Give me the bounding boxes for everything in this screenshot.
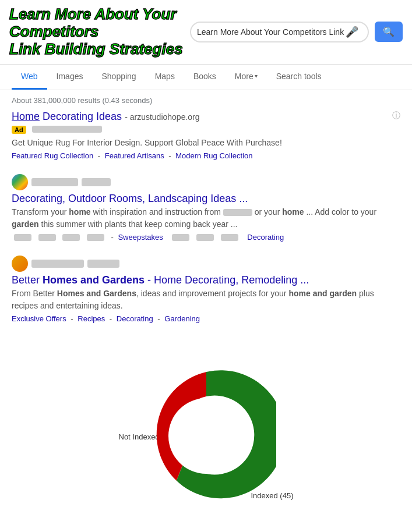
tab-web[interactable]: Web <box>12 65 47 90</box>
tab-search-tools[interactable]: Search tools <box>267 65 331 90</box>
header-title-block: Learn More About Your Competitors Link B… <box>9 6 184 58</box>
result3-link-recipes[interactable]: Recipes <box>78 314 105 323</box>
blur3 <box>38 234 56 241</box>
tab-maps[interactable]: Maps <box>146 65 184 90</box>
mic-button[interactable]: 🎤 <box>346 26 358 38</box>
chart-section: Not Indexed (20) Indexed (45) <box>0 337 412 529</box>
result-ad: Home Decorating Ideas - arzustudiohope.o… <box>12 111 400 160</box>
tab-more[interactable]: More ▾ <box>226 65 267 90</box>
result2-link-sweepstakes[interactable]: Sweepstakes <box>118 233 163 242</box>
donut-hole <box>168 398 244 474</box>
result2-desc: Transform your home with inspiration and… <box>12 206 400 230</box>
blur2 <box>14 234 31 241</box>
result3-link-gardening[interactable]: Gardening <box>164 314 200 323</box>
blur8 <box>221 234 238 241</box>
ad-desc: Get Unique Rug For Interior Design. Supp… <box>12 137 400 149</box>
result-3: Better Homes and Gardens - Home Decorati… <box>12 256 400 323</box>
header: Learn More About Your Competitors Link B… <box>0 0 412 65</box>
result2-title: Decorating, Outdoor Rooms, Landscaping I… <box>12 193 400 205</box>
result-2: Decorating, Outdoor Rooms, Landscaping I… <box>12 174 400 242</box>
result2-links: - Sweepstakes Decorating <box>12 233 400 242</box>
result3-logo-circle <box>12 256 28 272</box>
result3-title: Better Homes and Gardens - Home Decorati… <box>12 274 400 286</box>
ad-links: Featured Rug Collection - Featured Artis… <box>12 151 400 160</box>
blur5 <box>87 234 104 241</box>
search-button[interactable]: 🔍 <box>375 22 403 42</box>
search-input[interactable] <box>197 27 346 37</box>
ad-badge: Ad <box>12 126 26 134</box>
ad-link-3[interactable]: Modern Rug Collection <box>175 151 252 160</box>
chart-wrapper: Not Indexed (20) Indexed (45) <box>113 354 300 517</box>
donut-chart <box>136 366 276 506</box>
blur4 <box>62 234 80 241</box>
tab-shopping[interactable]: Shopping <box>92 65 145 90</box>
title-line2: Link Building Strategies <box>9 41 184 58</box>
ad-url-blur <box>32 126 102 133</box>
search-bar: 🎤 <box>190 22 369 42</box>
result2-logo-circle <box>12 174 28 190</box>
blur1 <box>223 209 252 216</box>
result3-link-exclusive[interactable]: Exclusive Offers <box>12 314 66 323</box>
result3-url-blur <box>87 260 119 268</box>
results-container: Home Decorating Ideas - arzustudiohope.o… <box>0 111 412 323</box>
tab-books[interactable]: Books <box>184 65 226 90</box>
ad-title: Home Decorating Ideas - arzustudiohope.o… <box>12 111 200 123</box>
result3-link-decorating[interactable]: Decorating <box>117 314 153 323</box>
result3-logo <box>12 256 119 272</box>
info-icon[interactable]: ⓘ <box>392 111 400 121</box>
nav-tabs: Web Images Shopping Maps Books More ▾ Se… <box>0 65 412 90</box>
ad-link-1[interactable]: Featured Rug Collection <box>12 151 93 160</box>
result2-logo-text <box>31 178 78 186</box>
result3-logo-text <box>31 260 84 268</box>
blur7 <box>196 234 214 241</box>
results-count: About 381,000,000 results (0.43 seconds) <box>0 90 412 111</box>
title-line1: Learn More About Your Competitors <box>9 6 184 41</box>
branding: COGNITIVESEO <box>0 529 412 532</box>
ad-link-2[interactable]: Featured Artisans <box>105 151 164 160</box>
result2-url-blur <box>82 178 111 186</box>
result3-desc: From Better Homes and Gardens, ideas and… <box>12 288 400 312</box>
result2-link-decorating[interactable]: Decorating <box>247 233 284 242</box>
result3-links: Exclusive Offers - Recipes - Decorating … <box>12 314 400 323</box>
tab-images[interactable]: Images <box>47 65 93 90</box>
result2-logo <box>12 174 111 190</box>
more-dropdown-arrow: ▾ <box>255 73 258 79</box>
blur6 <box>172 234 189 241</box>
